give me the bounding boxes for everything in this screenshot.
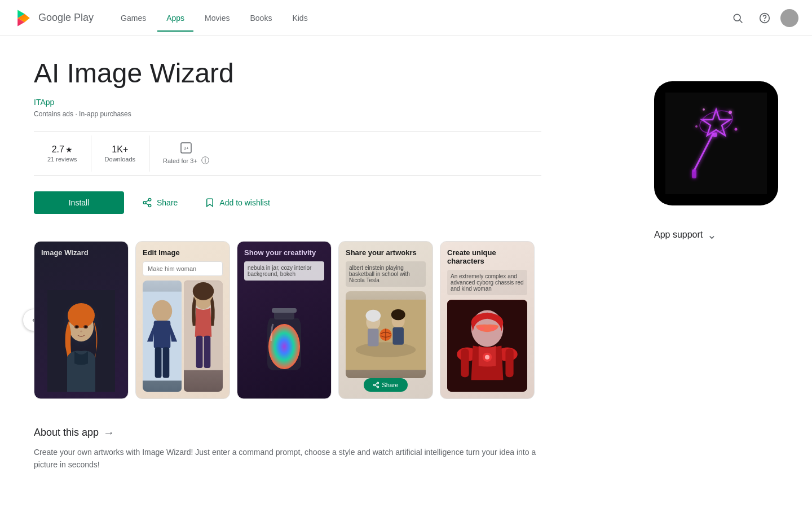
- svg-point-25: [152, 300, 172, 322]
- svg-point-40: [366, 309, 381, 321]
- nav-movies[interactable]: Movies: [196, 9, 239, 27]
- nav-apps[interactable]: Apps: [157, 9, 193, 27]
- screenshot-3-image: [244, 285, 324, 392]
- svg-point-12: [148, 204, 151, 207]
- screenshot-2[interactable]: Edit Image Make him woman: [135, 241, 230, 399]
- screenshots-section: ‹ Image Wizard: [34, 237, 541, 404]
- user-avatar[interactable]: [780, 9, 798, 27]
- screenshot-1-title: Image Wizard: [41, 248, 121, 257]
- search-button[interactable]: [726, 7, 749, 29]
- rating-label: 21 reviews: [47, 156, 77, 163]
- screenshot-5-prompt: An extremely complex and advanced cyborg…: [447, 270, 527, 295]
- right-panel: App support ⌄: [654, 59, 778, 471]
- search-icon: [732, 12, 743, 24]
- bookmark-icon: [205, 198, 215, 208]
- logo-text: Google Play: [38, 12, 94, 24]
- screenshot-4-prompt: albert einstein playing basketball in sc…: [346, 261, 426, 287]
- svg-point-31: [193, 282, 214, 300]
- install-button[interactable]: Install: [34, 191, 124, 214]
- svg-point-23: [80, 330, 82, 332]
- screenshot-4-title: Share your artwokrs: [346, 248, 426, 257]
- svg-line-14: [145, 200, 148, 202]
- logo-link[interactable]: Google Play: [14, 8, 94, 28]
- screenshot-5-image: [447, 300, 527, 392]
- share-btn-icon: [373, 382, 379, 388]
- age-rating-value: 3+: [163, 141, 209, 155]
- basketball-illustration: [346, 291, 426, 378]
- screenshot-3[interactable]: Show your creativity nebula in jar, cozy…: [237, 241, 332, 399]
- nav-games[interactable]: Games: [112, 9, 155, 27]
- svg-point-21: [76, 326, 78, 328]
- svg-point-66: [703, 108, 705, 111]
- screenshot-4[interactable]: Share your artwokrs albert einstein play…: [338, 241, 433, 399]
- svg-point-48: [377, 386, 379, 388]
- downloads-label: Downloads: [105, 156, 135, 163]
- svg-rect-55: [461, 348, 469, 377]
- portrait-illustration: [47, 290, 115, 392]
- help-button[interactable]: [753, 7, 776, 29]
- sc2-female-portrait: [184, 281, 223, 392]
- action-row: Install Share Add to wishlist: [34, 191, 541, 214]
- svg-rect-33: [204, 336, 210, 368]
- rating-value: 2.7 ★: [47, 144, 77, 155]
- age-rating-stat: 3+ Rated for 3+ ⓘ: [149, 132, 223, 175]
- male-figure: [143, 281, 182, 392]
- nav-books[interactable]: Books: [241, 9, 281, 27]
- app-support-section: App support ⌄: [654, 228, 717, 242]
- app-developer[interactable]: ITApp: [34, 98, 541, 107]
- nebula-jar-illustration: [256, 296, 312, 380]
- wishlist-button[interactable]: Add to wishlist: [196, 192, 279, 213]
- svg-point-67: [735, 128, 738, 131]
- google-play-icon: [14, 8, 34, 28]
- about-section: About this app → Create your own artwork…: [34, 426, 541, 471]
- screenshot-1[interactable]: Image Wizard: [34, 241, 129, 399]
- svg-point-10: [148, 198, 151, 201]
- app-support-title: App support: [654, 230, 703, 240]
- svg-rect-70: [692, 169, 696, 178]
- screenshot-2-input: Make him woman: [143, 261, 223, 276]
- female-figure: [184, 281, 223, 371]
- svg-point-47: [374, 384, 376, 386]
- screenshot-5[interactable]: Create unique characters An extremely co…: [440, 241, 535, 399]
- svg-rect-41: [368, 329, 379, 346]
- screenshot-5-title: Create unique characters: [447, 248, 527, 265]
- info-icon[interactable]: ⓘ: [201, 156, 209, 165]
- main-content: AI Image Wizard ITApp Contains ads · In-…: [0, 36, 812, 494]
- app-details: AI Image Wizard ITApp Contains ads · In-…: [34, 59, 541, 471]
- screenshot-2-title: Edit Image: [143, 248, 223, 257]
- share-button[interactable]: Share: [133, 192, 187, 213]
- svg-line-50: [376, 383, 377, 384]
- svg-rect-34: [274, 312, 294, 319]
- cyborg-illustration: [447, 300, 527, 392]
- nav-kids[interactable]: Kids: [283, 9, 316, 27]
- svg-point-7: [765, 20, 765, 20]
- header: Google Play Games Apps Movies Books Kids: [0, 0, 812, 36]
- svg-line-5: [740, 20, 743, 23]
- app-support-header[interactable]: App support ⌄: [654, 228, 717, 242]
- about-description: Create your own artworks with Image Wiza…: [34, 446, 541, 471]
- svg-point-46: [377, 382, 379, 384]
- svg-point-43: [391, 309, 405, 321]
- svg-point-4: [734, 14, 740, 21]
- svg-rect-26: [154, 321, 171, 348]
- star-icon: ★: [65, 145, 73, 154]
- svg-point-58: [485, 355, 489, 360]
- share-label: Share: [157, 198, 178, 207]
- svg-point-36: [268, 324, 300, 369]
- screenshots-scroll: Image Wizard: [34, 237, 541, 404]
- about-header: About this app →: [34, 426, 541, 439]
- sc2-male-portrait: [143, 281, 182, 392]
- screenshot-3-title: Show your creativity: [244, 248, 324, 257]
- svg-rect-32: [196, 336, 203, 368]
- svg-point-60: [490, 327, 496, 330]
- about-arrow-icon[interactable]: →: [103, 426, 114, 439]
- rating-badge-icon: 3+: [179, 141, 193, 155]
- share-icon: [142, 198, 152, 208]
- svg-point-65: [729, 111, 732, 114]
- svg-rect-28: [162, 347, 169, 378]
- svg-point-18: [68, 303, 95, 328]
- age-rating-label: Rated for 3+ ⓘ: [163, 156, 209, 166]
- svg-point-68: [695, 125, 698, 128]
- svg-point-59: [479, 327, 484, 330]
- main-nav: Games Apps Movies Books Kids: [112, 9, 726, 27]
